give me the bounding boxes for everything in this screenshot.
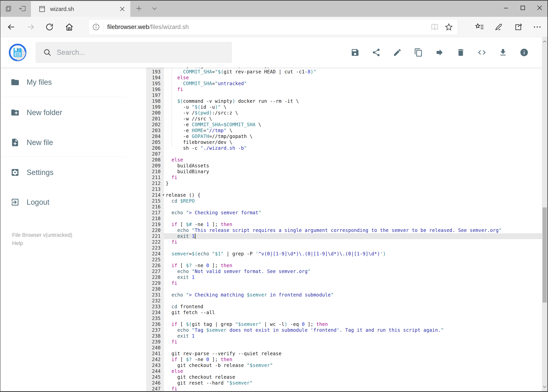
code-line[interactable]: 221 exit 1 [146, 233, 542, 239]
new-tab-button[interactable] [134, 0, 144, 17]
code-line[interactable]: 220 echo "This release script requires a… [146, 227, 542, 233]
copy-button[interactable] [414, 47, 435, 57]
code-line[interactable]: if [ "$(git status -s)" == "" ]; then [146, 68, 542, 69]
minimize-button[interactable] [498, 0, 514, 16]
code-line[interactable]: 209 buildAssets [146, 163, 542, 169]
search-box[interactable] [36, 42, 232, 63]
code-line[interactable]: 247 fi [146, 386, 542, 391]
code-line[interactable]: 245 git checkout release [146, 374, 542, 380]
scrollbar-thumb[interactable] [542, 207, 547, 302]
code-line[interactable]: 208 else [146, 157, 542, 163]
tab-close-icon[interactable] [119, 6, 126, 12]
forward-button-icon[interactable] [26, 22, 35, 32]
close-window-button[interactable] [531, 0, 548, 16]
code-line[interactable]: 244 else [146, 368, 542, 374]
code-line[interactable]: 207 [146, 151, 542, 157]
code-line[interactable]: 238 exit 1 [146, 333, 542, 339]
sidebar-item-my-files[interactable]: My files [0, 73, 127, 91]
search-input[interactable] [57, 48, 213, 56]
code-line[interactable]: 210 buildBinary [146, 169, 542, 175]
code-line[interactable]: 240 [146, 345, 542, 351]
code-line[interactable]: 204 -e GOPATH=//tmp/gopath \ [146, 133, 542, 139]
code-line[interactable]: 218 [146, 216, 542, 222]
rename-button[interactable] [393, 47, 414, 57]
fold-arrow-icon[interactable]: ▾ [163, 192, 164, 198]
code-line[interactable]: 229 fi [146, 280, 542, 286]
code-line[interactable]: 227 echo "Not valid semver format. See s… [146, 268, 542, 274]
code-line[interactable]: 199 -u "$(id -u)" \ [146, 104, 542, 110]
code-line[interactable]: 223 [146, 245, 542, 251]
code-line[interactable]: 242 if [ $? -ne 0 ]; then [146, 357, 542, 363]
tab-preview-button[interactable] [4, 0, 13, 17]
code-line[interactable]: 215 cd $REPO [146, 198, 542, 204]
code-line[interactable]: 214▾release () { [146, 192, 542, 198]
code-line[interactable]: 228 exit 1 [146, 274, 542, 280]
url-bar[interactable]: filebrowser.web/files/wizard.sh [88, 19, 458, 35]
hub-favorites-icon[interactable] [475, 22, 484, 32]
code-line[interactable]: 203 -e HOME="//tmp" \ [146, 128, 542, 133]
favorite-star-icon[interactable] [444, 22, 453, 32]
code-line[interactable]: 219 if [ $# -ne 1 ]; then [146, 222, 542, 227]
code-line[interactable]: 237 echo "Tag $semver does not exist in … [146, 327, 542, 333]
filebrowser-logo-icon[interactable] [7, 42, 28, 63]
code-line[interactable]: 232 [146, 298, 542, 304]
maximize-button[interactable] [514, 0, 531, 16]
scrollbar-track[interactable] [542, 37, 548, 391]
sidebar-item-new-folder[interactable]: New folder [0, 103, 127, 122]
code-line[interactable]: 195 COMMIT_SHA="untracked" [146, 81, 542, 86]
delete-button[interactable] [456, 47, 477, 57]
set-tabs-aside-button[interactable] [17, 0, 28, 17]
code-line[interactable]: 236 if [ $(git tag | grep "$semver" | wc… [146, 321, 542, 327]
sidebar-item-logout[interactable]: Logout [0, 193, 127, 211]
code-line[interactable]: 231 echo "> Checking matching $semver in… [146, 292, 542, 298]
code-line[interactable]: 239 fi [146, 339, 542, 345]
code-line[interactable]: 194 else [146, 75, 542, 81]
code-line[interactable]: 193 COMMIT_SHA="$(git rev-parse HEAD | c… [146, 69, 542, 75]
source-code-button[interactable] [477, 47, 499, 57]
code-line[interactable]: 206 sh -c "./wizard.sh -b" [146, 145, 542, 151]
code-line[interactable]: 202 -e COMMIT_SHA=$COMMIT_SHA \ [146, 122, 542, 128]
sidebar-item-new-file[interactable]: New file [0, 133, 127, 152]
code-line[interactable]: 224 semver=$(echo "$1" | grep -P '^v(0|[… [146, 251, 542, 257]
code-line[interactable]: 235 [146, 315, 542, 321]
code-line[interactable]: 200 -v /$(pwd):/src:z \ [146, 110, 542, 116]
code-line[interactable]: 226 if [ $? -ne 0 ]; then [146, 263, 542, 268]
code-line[interactable]: 234 git fetch --all [146, 310, 542, 315]
code-line[interactable]: 233 cd frontend [146, 304, 542, 310]
code-editor[interactable]: if [ "$(git status -s)" == "" ]; then193… [146, 68, 542, 391]
code-line[interactable]: 246 git reset --hard "$semver" [146, 380, 542, 386]
code-line[interactable]: 216 [146, 204, 542, 210]
scroll-up-button[interactable] [542, 37, 548, 46]
code-line[interactable]: 217 echo "> Checking semver format" [146, 210, 542, 216]
code-line[interactable]: 243 git checkout -b release "$semver" [146, 363, 542, 368]
browser-tab[interactable]: wizard.sh [31, 1, 130, 17]
refresh-icon[interactable] [45, 22, 54, 32]
code-line[interactable]: 241 git rev-parse --verify --quiet relea… [146, 351, 542, 357]
code-line[interactable]: 222 fi [146, 239, 542, 245]
code-line[interactable]: 212} [146, 181, 542, 186]
code-line[interactable]: 225 [146, 257, 542, 263]
code-line[interactable]: 213 [146, 186, 542, 192]
code-line[interactable]: 201 -w //src \ [146, 116, 542, 122]
site-info-icon[interactable] [92, 23, 100, 31]
share-file-button[interactable] [372, 47, 393, 57]
scroll-down-button[interactable] [542, 382, 548, 391]
code-line[interactable]: 198 $(command -v winpty) docker run --rm… [146, 98, 542, 104]
code-line[interactable]: 205 filebrowser/dev \ [146, 139, 542, 145]
more-options-icon[interactable] [533, 22, 542, 32]
code-line[interactable]: 197 [146, 92, 542, 98]
info-button[interactable] [520, 47, 541, 57]
code-line[interactable]: 211 fi [146, 175, 542, 181]
help-link[interactable]: Help [12, 239, 72, 247]
annotate-pen-icon[interactable] [494, 22, 503, 32]
sidebar-item-settings[interactable]: Settings [0, 163, 127, 182]
back-button-icon[interactable] [7, 22, 16, 32]
code-line[interactable]: 196 fi [146, 86, 542, 92]
home-icon[interactable] [65, 22, 74, 32]
move-button[interactable] [435, 47, 456, 57]
tab-list-button[interactable] [149, 0, 160, 17]
code-line[interactable]: 230 [146, 286, 542, 292]
save-button[interactable] [351, 47, 372, 57]
download-button[interactable] [499, 47, 520, 57]
share-icon[interactable] [514, 22, 523, 32]
